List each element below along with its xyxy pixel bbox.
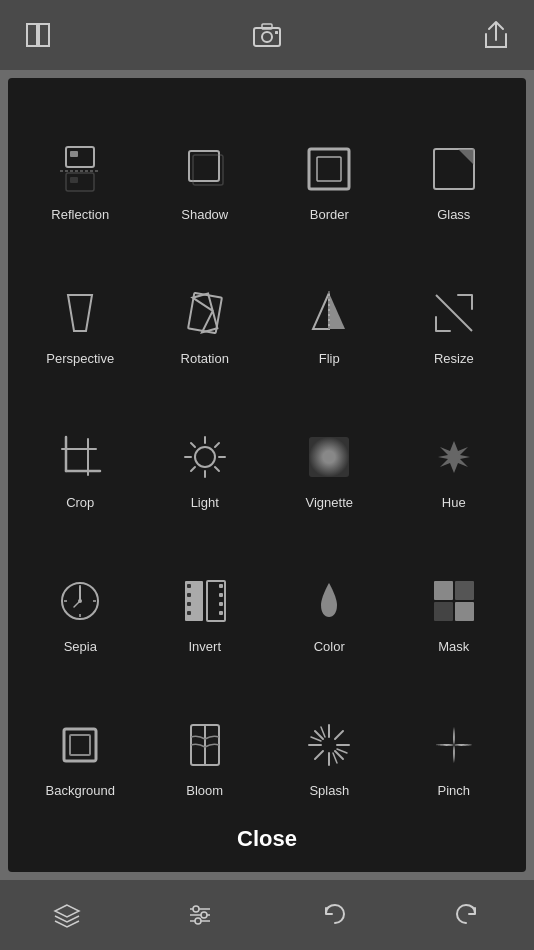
tool-resize[interactable]: Resize [392, 232, 517, 376]
tool-sepia[interactable]: Sepia [18, 520, 143, 664]
tool-perspective[interactable]: Perspective [18, 232, 143, 376]
svg-rect-53 [219, 611, 223, 615]
tool-crop[interactable]: Crop [18, 376, 143, 520]
tool-hue[interactable]: Hue [392, 376, 517, 520]
undo-icon[interactable] [312, 893, 356, 937]
flip-icon [297, 281, 361, 345]
hue-label: Hue [442, 495, 466, 510]
tool-pinch[interactable]: Pinch [392, 664, 517, 808]
pinch-label: Pinch [437, 783, 470, 798]
perspective-icon [48, 281, 112, 345]
resize-icon [422, 281, 486, 345]
svg-rect-5 [70, 151, 78, 157]
svg-line-66 [315, 731, 323, 739]
svg-point-77 [201, 912, 207, 918]
tool-invert[interactable]: Invert [143, 520, 268, 664]
svg-point-1 [262, 32, 272, 42]
shadow-icon [173, 137, 237, 201]
color-icon [297, 569, 361, 633]
svg-marker-19 [313, 293, 329, 329]
tool-mask[interactable]: Mask [392, 520, 517, 664]
svg-line-69 [315, 751, 323, 759]
tool-vignette[interactable]: Vignette [267, 376, 392, 520]
vignette-icon [297, 425, 361, 489]
tool-color[interactable]: Color [267, 520, 392, 664]
background-label: Background [46, 783, 115, 798]
svg-rect-50 [219, 584, 223, 588]
adjust-icon[interactable] [178, 893, 222, 937]
color-label: Color [314, 639, 345, 654]
svg-line-72 [321, 727, 325, 737]
splash-label: Splash [309, 783, 349, 798]
svg-rect-58 [64, 729, 96, 761]
svg-line-67 [335, 751, 343, 759]
bloom-label: Bloom [186, 783, 223, 798]
border-icon [297, 137, 361, 201]
svg-marker-15 [68, 295, 92, 331]
tool-reflection[interactable]: Reflection [18, 88, 143, 232]
camera-icon[interactable] [249, 17, 285, 53]
rotation-label: Rotation [181, 351, 229, 366]
tool-border[interactable]: Border [267, 88, 392, 232]
resize-label: Resize [434, 351, 474, 366]
svg-rect-57 [455, 602, 474, 621]
tool-background[interactable]: Background [18, 664, 143, 808]
sepia-icon [48, 569, 112, 633]
tool-bloom[interactable]: Bloom [143, 664, 268, 808]
invert-label: Invert [188, 639, 221, 654]
svg-line-21 [436, 295, 472, 331]
mask-icon [422, 569, 486, 633]
tool-shadow[interactable]: Shadow [143, 88, 268, 232]
reflection-icon [48, 137, 112, 201]
svg-point-79 [195, 918, 201, 924]
redo-icon[interactable] [445, 893, 489, 937]
crop-label: Crop [66, 495, 94, 510]
bottom-bar [0, 880, 534, 950]
svg-rect-3 [275, 31, 278, 34]
close-button[interactable]: Close [8, 808, 526, 872]
tools-grid: Reflection Shadow Border [8, 78, 526, 808]
book-icon[interactable] [20, 17, 56, 53]
svg-rect-2 [262, 24, 272, 29]
svg-point-75 [193, 906, 199, 912]
svg-rect-59 [70, 735, 90, 755]
crop-icon [48, 425, 112, 489]
svg-rect-35 [309, 437, 349, 477]
svg-line-71 [337, 749, 347, 753]
svg-rect-47 [187, 593, 191, 597]
svg-rect-8 [70, 177, 78, 183]
svg-rect-49 [187, 611, 191, 615]
sepia-label: Sepia [64, 639, 97, 654]
svg-marker-16 [192, 294, 217, 333]
reflection-label: Reflection [51, 207, 109, 222]
svg-rect-12 [317, 157, 341, 181]
main-area: Reflection Shadow Border [8, 78, 526, 872]
svg-line-70 [311, 737, 321, 741]
pinch-icon [422, 713, 486, 777]
glass-label: Glass [437, 207, 470, 222]
splash-icon [297, 713, 361, 777]
mask-label: Mask [438, 639, 469, 654]
layers-icon[interactable] [45, 893, 89, 937]
svg-rect-46 [187, 584, 191, 588]
top-bar [0, 0, 534, 70]
tool-glass[interactable]: Glass [392, 88, 517, 232]
tool-rotation[interactable]: Rotation [143, 232, 268, 376]
svg-line-33 [215, 443, 219, 447]
hue-icon [422, 425, 486, 489]
tool-splash[interactable]: Splash [267, 664, 392, 808]
tool-light[interactable]: Light [143, 376, 268, 520]
invert-icon [173, 569, 237, 633]
tool-flip[interactable]: Flip [267, 232, 392, 376]
svg-rect-55 [455, 581, 474, 600]
svg-rect-48 [187, 602, 191, 606]
svg-rect-56 [434, 602, 453, 621]
svg-line-68 [335, 731, 343, 739]
shadow-label: Shadow [181, 207, 228, 222]
svg-point-26 [195, 447, 215, 467]
bloom-icon [173, 713, 237, 777]
share-icon[interactable] [478, 17, 514, 53]
svg-line-34 [191, 467, 195, 471]
svg-rect-51 [219, 593, 223, 597]
svg-rect-11 [309, 149, 349, 189]
